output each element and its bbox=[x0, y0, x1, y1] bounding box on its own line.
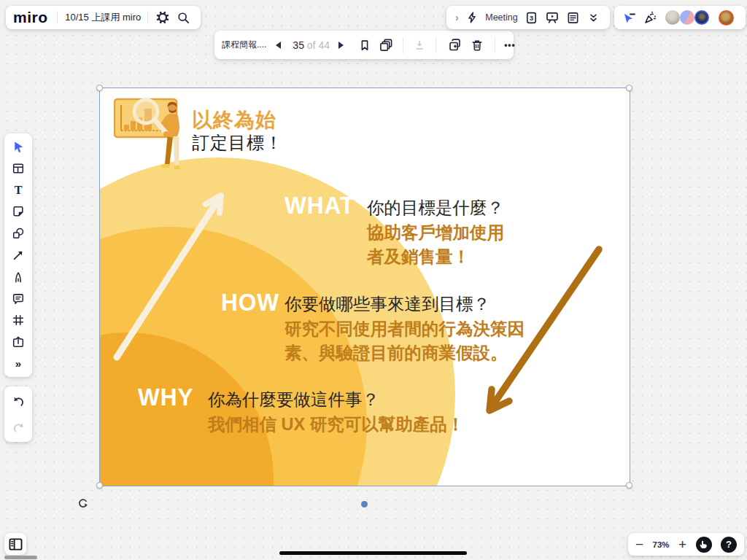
energy-button[interactable] bbox=[462, 7, 483, 28]
chevron-right-icon bbox=[338, 42, 344, 49]
why-label: WHY bbox=[138, 384, 194, 409]
collapse-chevron-icon[interactable]: › bbox=[452, 12, 462, 23]
duplicate-icon bbox=[448, 38, 462, 52]
duplicate-button[interactable] bbox=[446, 34, 464, 56]
cream-arrow-shaft bbox=[117, 202, 217, 357]
more-tools-icon: » bbox=[15, 357, 21, 370]
undo-button[interactable] bbox=[7, 391, 29, 411]
next-frame-button[interactable] bbox=[333, 34, 350, 56]
zoom-in-button[interactable]: + bbox=[678, 537, 686, 551]
horizontal-scrollbar[interactable] bbox=[4, 556, 37, 559]
collaborator-avatar-1[interactable] bbox=[665, 10, 680, 25]
double-chevron-down-icon bbox=[589, 12, 598, 23]
pen-tool[interactable] bbox=[7, 267, 29, 287]
gear-icon bbox=[155, 10, 170, 25]
shapes-tool[interactable] bbox=[7, 223, 29, 244]
notes-button[interactable] bbox=[562, 7, 584, 28]
text-tool[interactable]: T bbox=[7, 180, 29, 201]
pages-stack-icon bbox=[379, 38, 393, 52]
divider bbox=[403, 37, 403, 53]
selection-handle-top-right[interactable] bbox=[626, 85, 632, 91]
frames-panel-icon bbox=[9, 538, 23, 551]
settings-button[interactable] bbox=[152, 7, 173, 28]
slide-frame[interactable]: 以終為始 訂定目標！ WHAT 你的目標是什麼？ 協助客戶增加使用 者及銷售量！… bbox=[100, 88, 630, 486]
frames-panel-button[interactable] bbox=[4, 533, 26, 555]
undo-icon bbox=[12, 394, 26, 408]
follow-button[interactable] bbox=[619, 7, 640, 28]
arrow-line-icon bbox=[12, 249, 25, 262]
reactions-button[interactable] bbox=[640, 7, 661, 28]
slide-heading-orange: 以終為始 bbox=[192, 106, 276, 134]
divider bbox=[147, 11, 148, 24]
what-answer-line2: 者及銷售量！ bbox=[367, 245, 504, 270]
rotate-handle[interactable] bbox=[78, 498, 88, 508]
home-indicator bbox=[279, 551, 467, 555]
cursor-icon bbox=[12, 140, 26, 154]
connection-line-tool[interactable] bbox=[7, 245, 29, 265]
frame-title[interactable]: 課程簡報.... bbox=[222, 39, 266, 51]
previous-frame-button[interactable] bbox=[269, 34, 287, 56]
presentation-icon bbox=[545, 10, 560, 25]
slide-indicator-dot[interactable] bbox=[361, 501, 368, 508]
party-popper-icon bbox=[643, 10, 658, 25]
download-button-disabled[interactable] bbox=[411, 34, 428, 56]
meeting-bar: › Meeting 3 bbox=[446, 6, 610, 29]
selection-handle-top-left[interactable] bbox=[96, 85, 103, 91]
svg-text:3: 3 bbox=[529, 14, 533, 22]
notes-icon bbox=[566, 11, 580, 25]
timer-button[interactable]: 3 bbox=[521, 7, 542, 28]
bookmark-button[interactable] bbox=[356, 34, 374, 56]
touch-mode-button[interactable] bbox=[696, 537, 712, 553]
selection-handle-bottom-left[interactable] bbox=[96, 482, 103, 489]
how-label: HOW bbox=[221, 289, 279, 314]
collaborator-avatar-2[interactable] bbox=[680, 10, 694, 25]
frame-toolbar: 課程簡報.... 35 of 44 bbox=[214, 31, 514, 59]
how-answer-line1: 研究不同使用者間的行為決策因 bbox=[285, 317, 525, 342]
trash-icon bbox=[471, 39, 484, 52]
comment-tool[interactable] bbox=[7, 289, 29, 309]
timer-icon: 3 bbox=[525, 11, 538, 25]
chevron-left-icon bbox=[276, 42, 281, 49]
more-options-button[interactable]: ••• bbox=[501, 34, 519, 56]
frame-tool[interactable] bbox=[7, 310, 29, 330]
how-answer-line2: 素、與驗證目前的商業假設。 bbox=[285, 341, 525, 366]
collaborators-bar bbox=[614, 6, 746, 29]
templates-tool[interactable] bbox=[7, 158, 29, 179]
select-tool-active[interactable] bbox=[7, 136, 29, 157]
research-illustration bbox=[114, 97, 185, 171]
pointing-hand-icon bbox=[699, 540, 708, 549]
board-title[interactable]: 10/15 上課用 miro bbox=[65, 11, 141, 24]
search-button[interactable] bbox=[173, 7, 193, 28]
sticky-note-tool[interactable] bbox=[7, 201, 29, 222]
page-of-label: of bbox=[307, 39, 316, 51]
own-avatar[interactable] bbox=[719, 10, 734, 26]
collapse-tools-button[interactable] bbox=[583, 7, 604, 28]
header-bar: miro 10/15 上課用 miro bbox=[6, 6, 201, 29]
frame-pagination: 35 of 44 bbox=[293, 39, 330, 51]
more-tools[interactable]: » bbox=[7, 354, 29, 374]
page-total: 44 bbox=[318, 39, 330, 51]
frame-icon bbox=[12, 314, 25, 327]
help-button[interactable]: ? bbox=[721, 537, 737, 553]
upload-tool[interactable] bbox=[7, 332, 29, 352]
ellipsis-icon: ••• bbox=[504, 42, 516, 49]
zoom-level[interactable]: 73% bbox=[653, 540, 670, 549]
miro-logo[interactable]: miro bbox=[13, 9, 48, 26]
meeting-label[interactable]: Meeting bbox=[485, 12, 517, 23]
frames-stack-button[interactable] bbox=[378, 34, 395, 56]
templates-icon bbox=[12, 162, 25, 175]
slide-heading-dark: 訂定目標！ bbox=[192, 131, 283, 155]
selection-handle-bottom-right[interactable] bbox=[626, 482, 632, 489]
collaborator-avatar-3[interactable] bbox=[694, 10, 709, 25]
what-answer-line1: 協助客戶增加使用 bbox=[367, 221, 504, 246]
why-text: 你為什麼要做這件事？ 我們相信 UX 研究可以幫助產品！ bbox=[208, 388, 464, 437]
why-question: 你為什麼要做這件事？ bbox=[208, 388, 464, 413]
redo-button-disabled[interactable] bbox=[7, 417, 29, 438]
why-answer-line1: 我們相信 UX 研究可以幫助產品！ bbox=[208, 413, 464, 438]
zoom-out-button[interactable]: − bbox=[635, 537, 643, 551]
present-button[interactable] bbox=[541, 7, 562, 28]
delete-button[interactable] bbox=[468, 34, 486, 56]
redo-icon bbox=[12, 421, 26, 435]
follow-cursor-icon bbox=[622, 10, 637, 25]
download-icon bbox=[413, 39, 426, 52]
